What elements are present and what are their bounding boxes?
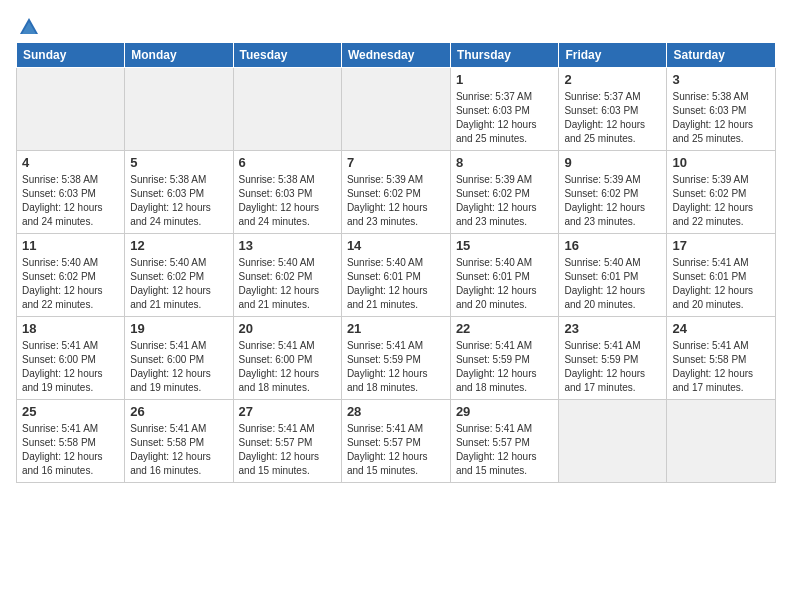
calendar-cell: 8Sunrise: 5:39 AM Sunset: 6:02 PM Daylig… <box>450 151 559 234</box>
day-number: 23 <box>564 321 661 336</box>
calendar-cell: 11Sunrise: 5:40 AM Sunset: 6:02 PM Dayli… <box>17 234 125 317</box>
calendar-week-2: 4Sunrise: 5:38 AM Sunset: 6:03 PM Daylig… <box>17 151 776 234</box>
calendar-cell <box>559 400 667 483</box>
calendar-cell: 21Sunrise: 5:41 AM Sunset: 5:59 PM Dayli… <box>341 317 450 400</box>
calendar-cell: 9Sunrise: 5:39 AM Sunset: 6:02 PM Daylig… <box>559 151 667 234</box>
day-number: 26 <box>130 404 227 419</box>
calendar-cell: 15Sunrise: 5:40 AM Sunset: 6:01 PM Dayli… <box>450 234 559 317</box>
day-info: Sunrise: 5:41 AM Sunset: 6:00 PM Dayligh… <box>239 339 336 395</box>
day-number: 28 <box>347 404 445 419</box>
day-number: 29 <box>456 404 554 419</box>
weekday-header-wednesday: Wednesday <box>341 43 450 68</box>
day-info: Sunrise: 5:40 AM Sunset: 6:01 PM Dayligh… <box>347 256 445 312</box>
calendar-week-1: 1Sunrise: 5:37 AM Sunset: 6:03 PM Daylig… <box>17 68 776 151</box>
day-info: Sunrise: 5:38 AM Sunset: 6:03 PM Dayligh… <box>130 173 227 229</box>
day-info: Sunrise: 5:38 AM Sunset: 6:03 PM Dayligh… <box>239 173 336 229</box>
calendar-cell: 2Sunrise: 5:37 AM Sunset: 6:03 PM Daylig… <box>559 68 667 151</box>
day-info: Sunrise: 5:41 AM Sunset: 5:59 PM Dayligh… <box>347 339 445 395</box>
calendar-cell: 4Sunrise: 5:38 AM Sunset: 6:03 PM Daylig… <box>17 151 125 234</box>
day-number: 11 <box>22 238 119 253</box>
day-number: 14 <box>347 238 445 253</box>
weekday-header-row: SundayMondayTuesdayWednesdayThursdayFrid… <box>17 43 776 68</box>
day-number: 3 <box>672 72 770 87</box>
day-number: 24 <box>672 321 770 336</box>
calendar-cell: 27Sunrise: 5:41 AM Sunset: 5:57 PM Dayli… <box>233 400 341 483</box>
calendar-week-5: 25Sunrise: 5:41 AM Sunset: 5:58 PM Dayli… <box>17 400 776 483</box>
calendar-cell: 18Sunrise: 5:41 AM Sunset: 6:00 PM Dayli… <box>17 317 125 400</box>
calendar-cell: 25Sunrise: 5:41 AM Sunset: 5:58 PM Dayli… <box>17 400 125 483</box>
day-number: 6 <box>239 155 336 170</box>
day-number: 21 <box>347 321 445 336</box>
calendar-cell: 14Sunrise: 5:40 AM Sunset: 6:01 PM Dayli… <box>341 234 450 317</box>
day-info: Sunrise: 5:40 AM Sunset: 6:01 PM Dayligh… <box>456 256 554 312</box>
calendar-cell: 7Sunrise: 5:39 AM Sunset: 6:02 PM Daylig… <box>341 151 450 234</box>
day-info: Sunrise: 5:41 AM Sunset: 5:57 PM Dayligh… <box>239 422 336 478</box>
calendar-week-3: 11Sunrise: 5:40 AM Sunset: 6:02 PM Dayli… <box>17 234 776 317</box>
weekday-header-saturday: Saturday <box>667 43 776 68</box>
calendar-cell: 6Sunrise: 5:38 AM Sunset: 6:03 PM Daylig… <box>233 151 341 234</box>
calendar-cell <box>667 400 776 483</box>
day-number: 5 <box>130 155 227 170</box>
weekday-header-sunday: Sunday <box>17 43 125 68</box>
day-number: 8 <box>456 155 554 170</box>
day-info: Sunrise: 5:40 AM Sunset: 6:02 PM Dayligh… <box>130 256 227 312</box>
day-info: Sunrise: 5:41 AM Sunset: 6:00 PM Dayligh… <box>22 339 119 395</box>
day-number: 10 <box>672 155 770 170</box>
day-number: 17 <box>672 238 770 253</box>
logo-icon <box>18 16 40 38</box>
day-info: Sunrise: 5:41 AM Sunset: 6:00 PM Dayligh… <box>130 339 227 395</box>
calendar-week-4: 18Sunrise: 5:41 AM Sunset: 6:00 PM Dayli… <box>17 317 776 400</box>
day-number: 9 <box>564 155 661 170</box>
day-number: 27 <box>239 404 336 419</box>
calendar-cell: 26Sunrise: 5:41 AM Sunset: 5:58 PM Dayli… <box>125 400 233 483</box>
calendar-cell: 13Sunrise: 5:40 AM Sunset: 6:02 PM Dayli… <box>233 234 341 317</box>
day-number: 4 <box>22 155 119 170</box>
calendar-cell <box>233 68 341 151</box>
calendar-cell: 3Sunrise: 5:38 AM Sunset: 6:03 PM Daylig… <box>667 68 776 151</box>
page-header <box>16 16 776 34</box>
calendar-cell: 12Sunrise: 5:40 AM Sunset: 6:02 PM Dayli… <box>125 234 233 317</box>
day-number: 19 <box>130 321 227 336</box>
weekday-header-friday: Friday <box>559 43 667 68</box>
calendar-table: SundayMondayTuesdayWednesdayThursdayFrid… <box>16 42 776 483</box>
day-info: Sunrise: 5:41 AM Sunset: 5:58 PM Dayligh… <box>22 422 119 478</box>
calendar-cell <box>341 68 450 151</box>
calendar-cell: 24Sunrise: 5:41 AM Sunset: 5:58 PM Dayli… <box>667 317 776 400</box>
logo <box>16 16 40 34</box>
day-number: 20 <box>239 321 336 336</box>
day-info: Sunrise: 5:40 AM Sunset: 6:01 PM Dayligh… <box>564 256 661 312</box>
day-info: Sunrise: 5:40 AM Sunset: 6:02 PM Dayligh… <box>22 256 119 312</box>
calendar-cell <box>125 68 233 151</box>
day-number: 16 <box>564 238 661 253</box>
day-info: Sunrise: 5:38 AM Sunset: 6:03 PM Dayligh… <box>22 173 119 229</box>
day-number: 1 <box>456 72 554 87</box>
day-number: 13 <box>239 238 336 253</box>
day-info: Sunrise: 5:41 AM Sunset: 5:59 PM Dayligh… <box>564 339 661 395</box>
day-number: 18 <box>22 321 119 336</box>
weekday-header-tuesday: Tuesday <box>233 43 341 68</box>
calendar-cell: 5Sunrise: 5:38 AM Sunset: 6:03 PM Daylig… <box>125 151 233 234</box>
day-info: Sunrise: 5:41 AM Sunset: 5:58 PM Dayligh… <box>130 422 227 478</box>
day-number: 12 <box>130 238 227 253</box>
calendar-cell: 28Sunrise: 5:41 AM Sunset: 5:57 PM Dayli… <box>341 400 450 483</box>
calendar-cell: 1Sunrise: 5:37 AM Sunset: 6:03 PM Daylig… <box>450 68 559 151</box>
calendar-cell: 10Sunrise: 5:39 AM Sunset: 6:02 PM Dayli… <box>667 151 776 234</box>
day-number: 7 <box>347 155 445 170</box>
day-number: 25 <box>22 404 119 419</box>
day-info: Sunrise: 5:41 AM Sunset: 5:58 PM Dayligh… <box>672 339 770 395</box>
day-number: 15 <box>456 238 554 253</box>
calendar-cell: 29Sunrise: 5:41 AM Sunset: 5:57 PM Dayli… <box>450 400 559 483</box>
calendar-cell: 23Sunrise: 5:41 AM Sunset: 5:59 PM Dayli… <box>559 317 667 400</box>
day-info: Sunrise: 5:39 AM Sunset: 6:02 PM Dayligh… <box>347 173 445 229</box>
day-info: Sunrise: 5:41 AM Sunset: 5:57 PM Dayligh… <box>347 422 445 478</box>
day-info: Sunrise: 5:39 AM Sunset: 6:02 PM Dayligh… <box>672 173 770 229</box>
day-info: Sunrise: 5:37 AM Sunset: 6:03 PM Dayligh… <box>456 90 554 146</box>
day-info: Sunrise: 5:40 AM Sunset: 6:02 PM Dayligh… <box>239 256 336 312</box>
day-info: Sunrise: 5:41 AM Sunset: 6:01 PM Dayligh… <box>672 256 770 312</box>
weekday-header-monday: Monday <box>125 43 233 68</box>
calendar-cell: 17Sunrise: 5:41 AM Sunset: 6:01 PM Dayli… <box>667 234 776 317</box>
calendar-cell: 19Sunrise: 5:41 AM Sunset: 6:00 PM Dayli… <box>125 317 233 400</box>
day-info: Sunrise: 5:39 AM Sunset: 6:02 PM Dayligh… <box>456 173 554 229</box>
calendar-cell: 22Sunrise: 5:41 AM Sunset: 5:59 PM Dayli… <box>450 317 559 400</box>
weekday-header-thursday: Thursday <box>450 43 559 68</box>
